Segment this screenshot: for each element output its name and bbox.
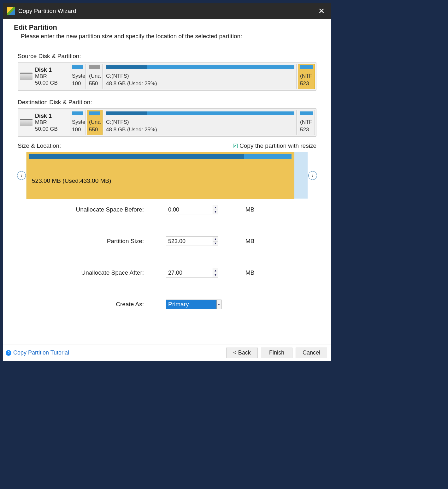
row-space-before: Unallocate Space Before: ▲ ▼ MB	[18, 205, 316, 214]
stepper-down-icon[interactable]: ▼	[213, 273, 218, 277]
partition-block[interactable]: Syste100	[70, 64, 85, 89]
partition-size-label: Partition Size:	[18, 238, 166, 245]
close-icon[interactable]: ✕	[316, 5, 327, 17]
partition-sublabel: 48.8 GB (Used: 25%)	[106, 126, 294, 134]
form-rows: Unallocate Space Before: ▲ ▼ MB Partitio…	[18, 205, 316, 309]
stepper-down-icon[interactable]: ▼	[213, 242, 218, 246]
partition-label: Syste	[72, 72, 83, 80]
partition-block[interactable]: C:(NTFS)48.8 GB (Used: 25%)	[104, 110, 297, 135]
space-after-unit: MB	[245, 269, 255, 276]
partition-sublabel: 550	[89, 80, 100, 87]
partition-sublabel: 100	[72, 126, 83, 134]
wizard-modal: Copy Partition Wizard ✕ Edit Partition P…	[3, 3, 331, 361]
partition-usage-bar	[106, 65, 294, 69]
space-before-unit: MB	[245, 206, 255, 213]
source-disk-name: Disk 1	[35, 67, 58, 73]
page-header: Edit Partition Please enter the new part…	[3, 19, 331, 43]
space-after-field[interactable]	[166, 268, 213, 277]
partition-block[interactable]: (NTF523	[298, 110, 315, 135]
partition-slider[interactable]: 523.00 MB (Used:433.00 MB) ‹ ›	[18, 152, 316, 199]
create-as-label: Create As:	[18, 301, 166, 308]
slider-partition-block[interactable]: 523.00 MB (Used:433.00 MB)	[27, 152, 294, 199]
create-as-value: Primary	[166, 300, 216, 309]
help-link-text: Copy Partition Tutorial	[13, 349, 69, 356]
chevron-down-icon[interactable]: ▼	[216, 300, 221, 309]
partition-sublabel: 100	[72, 80, 83, 87]
partition-block[interactable]: C:(NTFS)48.8 GB (Used: 25%)	[104, 64, 297, 89]
disk-icon	[20, 73, 32, 80]
partition-usage-bar	[300, 65, 313, 69]
help-icon: ?	[6, 350, 11, 356]
page-subtitle: Please enter the new partition size and …	[14, 33, 320, 40]
slider-handle-right[interactable]: ›	[308, 171, 317, 180]
partition-usage-bar	[300, 111, 313, 115]
stepper-up-icon[interactable]: ▲	[213, 268, 218, 273]
destination-label: Destination Disk & Partition:	[18, 99, 316, 106]
destination-disk-size: 50.00 GB	[35, 126, 58, 132]
window-title: Copy Partition Wizard	[18, 8, 313, 15]
partition-sublabel: 550	[89, 126, 100, 134]
row-partition-size: Partition Size: ▲ ▼ MB	[18, 236, 316, 246]
partition-block[interactable]: (Una550	[87, 64, 103, 89]
page-title: Edit Partition	[14, 23, 320, 32]
stepper-up-icon[interactable]: ▲	[213, 205, 218, 210]
chevron-right-icon: ›	[312, 173, 313, 178]
partition-usage-bar	[89, 111, 100, 115]
slider-usage-bar	[29, 154, 292, 159]
destination-disk-name: Disk 1	[35, 113, 58, 119]
partition-label: C:(NTFS)	[106, 72, 294, 80]
partition-sublabel: 523	[300, 80, 313, 87]
source-disk-info: Disk 1 MBR 50.00 GB	[19, 64, 68, 89]
resize-checkbox[interactable]: ✔ Copy the partition with resize	[233, 142, 316, 149]
stepper-up-icon[interactable]: ▲	[213, 237, 218, 242]
destination-disk-scheme: MBR	[35, 119, 58, 126]
size-location-label: Size & Location:	[18, 142, 233, 149]
titlebar: Copy Partition Wizard ✕	[3, 3, 331, 19]
partition-sublabel: 523	[300, 126, 313, 134]
help-link[interactable]: ? Copy Partition Tutorial	[6, 349, 69, 356]
source-disk-size: 50.00 GB	[35, 80, 58, 86]
partition-label: (NTF	[300, 72, 313, 80]
partition-usage-bar	[106, 111, 294, 115]
destination-partitions: Syste100(Una550C:(NTFS)48.8 GB (Used: 25…	[70, 110, 315, 135]
cancel-button[interactable]: Cancel	[296, 348, 327, 358]
partition-sublabel: 48.8 GB (Used: 25%)	[106, 80, 294, 87]
partition-label: Syste	[72, 118, 83, 126]
space-before-label: Unallocate Space Before:	[18, 206, 166, 213]
row-space-after: Unallocate Space After: ▲ ▼ MB	[18, 268, 316, 277]
size-location-row: Size & Location: ✔ Copy the partition wi…	[18, 142, 316, 149]
space-after-input[interactable]: ▲ ▼	[166, 268, 218, 277]
space-after-label: Unallocate Space After:	[18, 269, 166, 276]
footer: ? Copy Partition Tutorial < Back Finish …	[3, 344, 331, 361]
destination-disk-info: Disk 1 MBR 50.00 GB	[19, 110, 68, 135]
space-before-field[interactable]	[166, 205, 213, 214]
partition-label: C:(NTFS)	[106, 118, 294, 126]
partition-label: (NTF	[300, 118, 313, 126]
slider-handle-left[interactable]: ‹	[17, 171, 26, 180]
stepper-down-icon[interactable]: ▼	[213, 210, 218, 214]
partition-size-input[interactable]: ▲ ▼	[166, 236, 218, 246]
row-create-as: Create As: Primary ▼	[18, 300, 316, 309]
source-disk-box: Disk 1 MBR 50.00 GB Syste100(Una550C:(NT…	[18, 62, 316, 91]
slider-unallocated-tail	[294, 152, 308, 199]
partition-usage-bar	[72, 111, 83, 115]
chevron-left-icon: ‹	[21, 173, 22, 178]
source-label: Source Disk & Partition:	[18, 53, 316, 60]
source-disk-scheme: MBR	[35, 73, 58, 80]
resize-checkbox-label: Copy the partition with resize	[239, 142, 316, 149]
app-icon	[7, 7, 15, 15]
finish-button[interactable]: Finish	[261, 348, 292, 358]
source-partitions: Syste100(Una550C:(NTFS)48.8 GB (Used: 25…	[70, 64, 315, 89]
create-as-select[interactable]: Primary ▼	[166, 300, 221, 309]
checkbox-icon: ✔	[233, 144, 238, 148]
partition-size-unit: MB	[245, 238, 255, 245]
partition-block[interactable]: (Una550	[87, 110, 103, 135]
slider-text: 523.00 MB (Used:433.00 MB)	[32, 177, 111, 184]
partition-size-field[interactable]	[166, 236, 213, 246]
partition-block[interactable]: (NTF523	[298, 64, 315, 89]
back-button[interactable]: < Back	[226, 348, 258, 358]
partition-usage-bar	[72, 65, 83, 69]
space-before-input[interactable]: ▲ ▼	[166, 205, 218, 214]
body: Source Disk & Partition: Disk 1 MBR 50.0…	[3, 43, 331, 344]
partition-block[interactable]: Syste100	[70, 110, 85, 135]
